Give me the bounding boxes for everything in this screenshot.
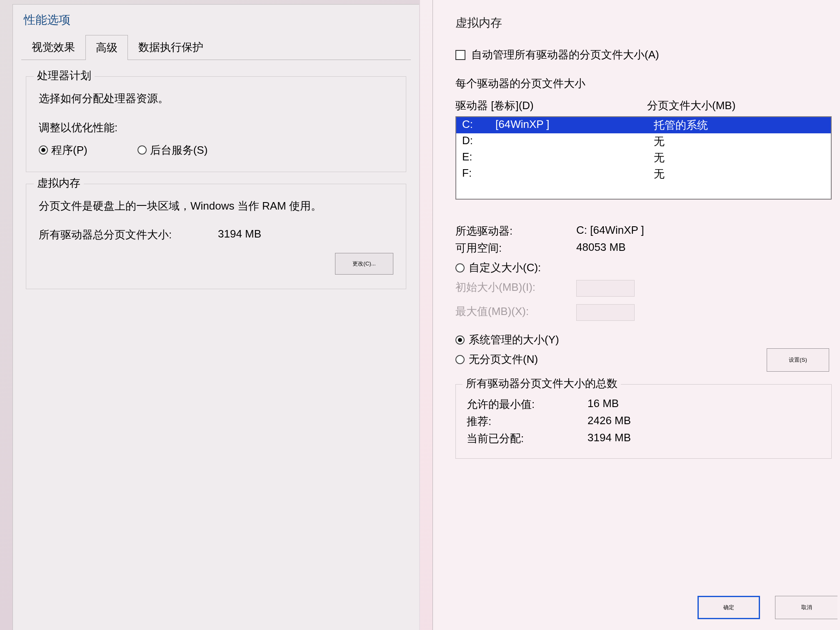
checkbox-label: 自动管理所有驱动器的分页文件大小(A) bbox=[471, 48, 659, 62]
drive-volume: [64WinXP ] bbox=[495, 118, 654, 132]
auto-manage-checkbox[interactable]: 自动管理所有驱动器的分页文件大小(A) bbox=[455, 48, 832, 62]
radio-label: 程序(P) bbox=[51, 143, 88, 158]
rec-label: 推荐: bbox=[467, 414, 588, 429]
free-space-row: 可用空间: 48053 MB bbox=[455, 241, 832, 255]
drive-pagesize: 无 bbox=[654, 134, 665, 149]
initial-size-input bbox=[576, 280, 635, 297]
drive-list[interactable]: C:[64WinXP ]托管的系统D:无E:无F:无 bbox=[455, 116, 832, 200]
group-title: 所有驱动器分页文件大小的总数 bbox=[462, 376, 621, 391]
tab-advanced[interactable]: 高级 bbox=[85, 35, 128, 60]
drive-letter: D: bbox=[462, 134, 495, 149]
drive-pagesize: 托管的系统 bbox=[654, 118, 708, 132]
group-title: 处理器计划 bbox=[34, 68, 95, 83]
vm-total-row: 所有驱动器总分页文件大小: 3194 MB bbox=[39, 228, 393, 242]
drive-volume bbox=[495, 150, 654, 165]
virtual-memory-dialog: 虚拟内存 自动管理所有驱动器的分页文件大小(A) 每个驱动器的分页文件大小 驱动… bbox=[432, 0, 840, 630]
rec-value: 2426 MB bbox=[588, 414, 631, 429]
checkbox-icon bbox=[455, 50, 465, 60]
radio-dot-icon bbox=[138, 145, 147, 155]
drive-volume bbox=[495, 134, 654, 149]
vm-total-label: 所有驱动器总分页文件大小: bbox=[39, 228, 218, 242]
drive-letter: C: bbox=[462, 118, 495, 132]
vm-total-value: 3194 MB bbox=[218, 228, 261, 242]
max-size-label: 最大值(MB)(X): bbox=[455, 304, 576, 321]
drive-pagesize: 无 bbox=[654, 167, 665, 181]
free-space-label: 可用空间: bbox=[455, 241, 576, 255]
dialog-title: 虚拟内存 bbox=[455, 15, 832, 31]
cur-value: 3194 MB bbox=[588, 431, 631, 446]
tab-page-advanced: 处理器计划 选择如何分配处理器资源。 调整以优化性能: 程序(P) 后台服务(S… bbox=[21, 60, 411, 291]
vm-desc: 分页文件是硬盘上的一块区域，Windows 当作 RAM 使用。 bbox=[39, 198, 393, 213]
col-size: 分页文件大小(MB) bbox=[647, 98, 735, 113]
max-size-input bbox=[576, 304, 635, 321]
radio-dot-icon bbox=[455, 263, 465, 272]
dialog-title: 性能选项 bbox=[21, 10, 411, 35]
selected-drive-row: 所选驱动器: C: [64WinXP ] bbox=[455, 224, 832, 238]
performance-options-panel: 性能选项 视觉效果 高级 数据执行保护 处理器计划 选择如何分配处理器资源。 调… bbox=[0, 0, 420, 630]
radio-label: 无分页文件(N) bbox=[469, 352, 538, 367]
dialog-button-row: 确定 取消 bbox=[698, 596, 840, 619]
adjust-label: 调整以优化性能: bbox=[39, 120, 393, 135]
processor-radio-group: 程序(P) 后台服务(S) bbox=[39, 143, 393, 158]
group-processor-scheduling: 处理器计划 选择如何分配处理器资源。 调整以优化性能: 程序(P) 后台服务(S… bbox=[26, 76, 406, 172]
group-title: 虚拟内存 bbox=[34, 176, 84, 190]
per-drive-label: 每个驱动器的分页文件大小 bbox=[455, 76, 832, 91]
radio-custom-size[interactable]: 自定义大小(C): bbox=[455, 260, 832, 275]
ok-button[interactable]: 确定 bbox=[698, 596, 760, 619]
radio-dot-icon bbox=[455, 355, 465, 364]
drive-row[interactable]: F:无 bbox=[456, 166, 831, 182]
radio-dot-icon bbox=[455, 335, 465, 345]
max-size-row: 最大值(MB)(X): bbox=[455, 304, 832, 321]
drive-letter: F: bbox=[462, 167, 495, 181]
drive-row[interactable]: E:无 bbox=[456, 150, 831, 166]
performance-options-dialog: 性能选项 视觉效果 高级 数据执行保护 处理器计划 选择如何分配处理器资源。 调… bbox=[12, 4, 419, 630]
tab-visual-effects[interactable]: 视觉效果 bbox=[21, 35, 85, 60]
min-label: 允许的最小值: bbox=[467, 397, 588, 412]
drive-row[interactable]: C:[64WinXP ]托管的系统 bbox=[456, 117, 831, 133]
initial-size-label: 初始大小(MB)(I): bbox=[455, 280, 576, 297]
cur-row: 当前已分配: 3194 MB bbox=[467, 431, 820, 446]
rec-row: 推荐: 2426 MB bbox=[467, 414, 820, 429]
group-virtual-memory: 虚拟内存 分页文件是硬盘上的一块区域，Windows 当作 RAM 使用。 所有… bbox=[26, 184, 406, 289]
min-row: 允许的最小值: 16 MB bbox=[467, 397, 820, 412]
radio-label: 系统管理的大小(Y) bbox=[469, 332, 559, 347]
min-value: 16 MB bbox=[588, 397, 619, 412]
radio-dot-icon bbox=[39, 145, 48, 155]
cur-label: 当前已分配: bbox=[467, 431, 588, 446]
radio-programs[interactable]: 程序(P) bbox=[39, 143, 88, 158]
tab-strip: 视觉效果 高级 数据执行保护 bbox=[21, 35, 411, 60]
per-drive-section: 每个驱动器的分页文件大小 驱动器 [卷标](D) 分页文件大小(MB) C:[6… bbox=[455, 76, 832, 200]
selected-drive-value: C: [64WinXP ] bbox=[576, 224, 644, 238]
group-totals: 所有驱动器分页文件大小的总数 允许的最小值: 16 MB 推荐: 2426 MB… bbox=[455, 384, 832, 459]
initial-size-row: 初始大小(MB)(I): bbox=[455, 280, 832, 297]
selected-drive-label: 所选驱动器: bbox=[455, 224, 576, 238]
set-button[interactable]: 设置(S) bbox=[767, 348, 829, 372]
radio-system-managed[interactable]: 系统管理的大小(Y) bbox=[455, 332, 832, 347]
col-drive: 驱动器 [卷标](D) bbox=[455, 98, 647, 113]
drive-pagesize: 无 bbox=[654, 150, 665, 165]
virtual-memory-panel: 虚拟内存 自动管理所有驱动器的分页文件大小(A) 每个驱动器的分页文件大小 驱动… bbox=[420, 0, 840, 630]
cancel-button[interactable]: 取消 bbox=[775, 596, 838, 619]
tab-dep[interactable]: 数据执行保护 bbox=[128, 35, 214, 60]
free-space-value: 48053 MB bbox=[576, 241, 626, 255]
radio-label: 后台服务(S) bbox=[150, 143, 208, 158]
processor-desc: 选择如何分配处理器资源。 bbox=[39, 91, 393, 106]
drive-letter: E: bbox=[462, 150, 495, 165]
drive-list-header: 驱动器 [卷标](D) 分页文件大小(MB) bbox=[455, 98, 832, 113]
change-button[interactable]: 更改(C)... bbox=[335, 253, 393, 275]
radio-label: 自定义大小(C): bbox=[469, 260, 541, 275]
radio-background-services[interactable]: 后台服务(S) bbox=[138, 143, 208, 158]
drive-row[interactable]: D:无 bbox=[456, 133, 831, 150]
drive-volume bbox=[495, 167, 654, 181]
